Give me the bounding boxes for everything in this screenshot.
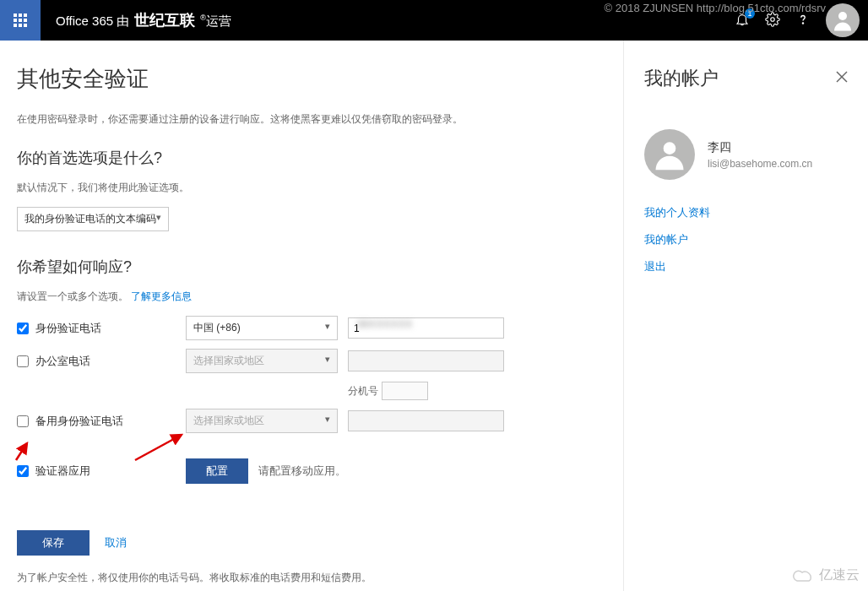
office-phone-label: 办公室电话 [35, 354, 90, 369]
preferred-option-select[interactable]: 我的身份验证电话的文本编码 [17, 207, 169, 231]
cloud-icon [790, 567, 816, 584]
svg-point-0 [771, 17, 775, 21]
profile-name: 李四 [708, 140, 812, 155]
page-description: 在使用密码登录时，你还需要通过注册的设备进行响应。这将使黑客更难以仅凭借窃取的密… [17, 112, 606, 127]
profile-block: 李四 lisi@basehome.com.cn [644, 129, 848, 180]
preferred-heading: 你的首选选项是什么? [17, 148, 606, 168]
auth-app-label: 验证器应用 [35, 464, 90, 479]
office-phone-input [348, 350, 504, 371]
profile-email: lisi@basehome.com.cn [708, 158, 812, 170]
waffle-icon [14, 14, 27, 27]
gear-icon [765, 12, 780, 27]
help-button[interactable] [795, 12, 811, 30]
alt-phone-input [348, 410, 504, 431]
preferred-note: 默认情况下，我们将使用此验证选项。 [17, 181, 606, 195]
settings-button[interactable] [765, 12, 780, 30]
person-icon [830, 8, 855, 33]
account-panel-title: 我的帐户 [644, 66, 848, 91]
close-icon [836, 71, 848, 83]
page-title: 其他安全验证 [17, 64, 606, 94]
link-my-account[interactable]: 我的帐户 [644, 232, 848, 247]
save-button[interactable]: 保存 [17, 530, 90, 556]
notifications-button[interactable]: 1 [735, 12, 750, 30]
extension-row: 分机号 [348, 382, 606, 400]
help-icon [795, 12, 811, 27]
option-row-auth-phone: 身份验证电话 中国 (+86) 38XXXXXX [17, 316, 606, 340]
option-row-auth-app: 验证器应用 配置 请配置移动应用。 [17, 458, 606, 484]
extension-input [382, 382, 428, 400]
cancel-button[interactable]: 取消 [105, 535, 127, 550]
option-row-office-phone: 办公室电话 选择国家或地区 [17, 349, 606, 373]
configure-button[interactable]: 配置 [186, 458, 248, 484]
top-bar: Office 365 由 世纪互联 ®运营 1 [0, 0, 868, 41]
account-panel: 我的帐户 李四 lisi@basehome.com.cn 我的个人资料 我的帐户… [623, 41, 868, 591]
alt-phone-label: 备用身份验证电话 [35, 414, 123, 429]
respond-note: 请设置一个或多个选项。 了解更多信息 [17, 290, 606, 304]
office-phone-country-select[interactable]: 选择国家或地区 [186, 349, 338, 373]
vendor-watermark: 亿速云 [790, 567, 860, 584]
person-icon [651, 136, 688, 173]
learn-more-link[interactable]: 了解更多信息 [131, 290, 192, 302]
app-launcher-button[interactable] [0, 0, 41, 41]
auth-phone-country-select[interactable]: 中国 (+86) [186, 316, 338, 340]
svg-point-2 [838, 12, 847, 20]
extension-label: 分机号 [348, 384, 378, 399]
link-sign-out[interactable]: 退出 [644, 259, 848, 274]
auth-phone-label: 身份验证电话 [35, 321, 101, 336]
user-avatar-button[interactable] [826, 3, 860, 37]
profile-avatar [644, 129, 695, 180]
footer-note: 为了帐户安全性，将仅使用你的电话号码。将收取标准的电话费用和短信费用。 [17, 571, 606, 585]
main-content: 其他安全验证 在使用密码登录时，你还需要通过注册的设备进行响应。这将使黑客更难以… [0, 41, 623, 591]
auth-phone-checkbox[interactable] [17, 323, 29, 334]
office-phone-checkbox[interactable] [17, 355, 29, 367]
alt-phone-country-select[interactable]: 选择国家或地区 [186, 409, 338, 433]
svg-point-7 [664, 142, 676, 155]
respond-heading: 你希望如何响应? [17, 257, 606, 277]
configure-note: 请配置移动应用。 [258, 464, 346, 479]
option-row-alt-phone: 备用身份验证电话 选择国家或地区 [17, 409, 606, 433]
svg-point-1 [802, 22, 803, 23]
close-panel-button[interactable] [836, 69, 848, 87]
auth-app-checkbox[interactable] [17, 465, 29, 477]
link-my-profile[interactable]: 我的个人资料 [644, 205, 848, 220]
alt-phone-checkbox[interactable] [17, 415, 29, 427]
notification-badge: 1 [745, 8, 755, 19]
brand-title: Office 365 由 世纪互联 ®运营 [56, 10, 231, 30]
